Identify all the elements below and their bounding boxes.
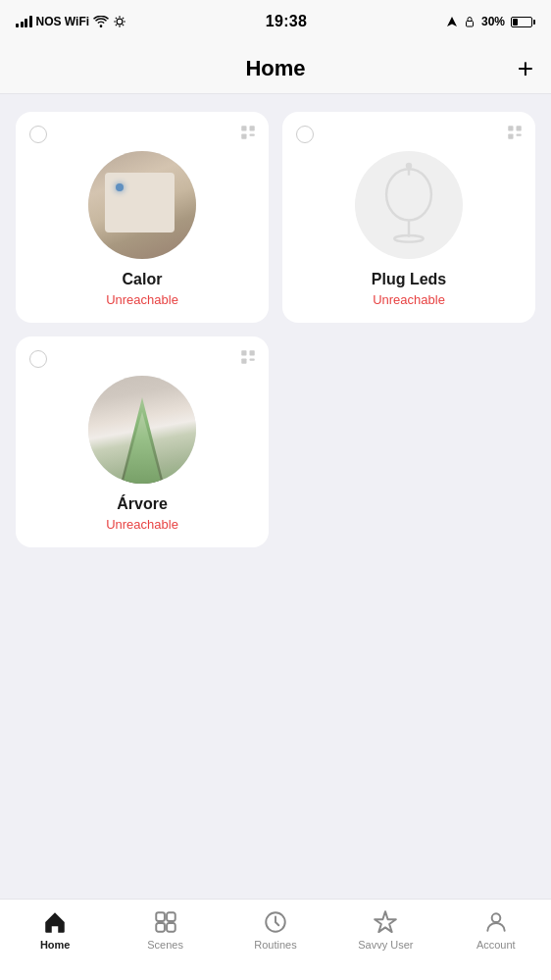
device-card-arvore[interactable]: Árvore Unreachable (16, 336, 269, 547)
device-image-plug-leds (355, 151, 463, 259)
device-grid: Calor Unreachable Plug Leds Unreachab (0, 94, 551, 899)
nav-label-routines: Routines (254, 939, 296, 951)
device-name-arvore: Árvore (117, 495, 168, 513)
nav-label-savvy-user: Savvy User (358, 939, 413, 951)
routines-icon (263, 909, 288, 935)
add-button[interactable]: + (518, 55, 533, 82)
svg-rect-14 (508, 126, 513, 130)
account-icon (483, 909, 509, 935)
svg-rect-13 (250, 134, 255, 136)
bottom-nav: Home Scenes Routines Savvy User Account (0, 899, 551, 980)
savvy-user-icon (373, 909, 398, 935)
svg-rect-15 (517, 126, 522, 130)
status-left: NOS WiFi (16, 15, 126, 28)
nav-item-savvy-user[interactable]: Savvy User (356, 909, 415, 951)
device-image-calor (88, 151, 196, 259)
svg-line-6 (123, 25, 124, 26)
nav-item-home[interactable]: Home (25, 909, 84, 951)
nav-label-scenes: Scenes (147, 939, 183, 951)
nav-item-scenes[interactable]: Scenes (136, 909, 195, 951)
svg-rect-27 (156, 912, 165, 921)
wifi-icon (93, 16, 109, 27)
device-status-plug-leds: Unreachable (373, 292, 445, 307)
nav-label-home: Home (40, 939, 71, 951)
svg-point-20 (394, 235, 423, 242)
signal-bars (16, 16, 32, 27)
page-title: Home (245, 56, 305, 81)
grid-icon-calor[interactable] (239, 124, 257, 144)
svg-rect-24 (250, 350, 255, 355)
scenes-icon (153, 909, 178, 935)
nav-label-account: Account (476, 939, 516, 951)
status-right: 30% (446, 15, 535, 28)
brightness-icon (113, 15, 126, 28)
lamp-icon (375, 161, 443, 249)
svg-rect-9 (466, 22, 473, 27)
device-status-arvore: Unreachable (106, 517, 178, 532)
svg-rect-30 (167, 923, 175, 932)
device-status-calor: Unreachable (106, 292, 178, 307)
nav-item-account[interactable]: Account (467, 909, 526, 951)
svg-rect-29 (156, 923, 165, 932)
carrier-label: NOS WiFi (36, 15, 90, 28)
nav-item-routines[interactable]: Routines (246, 909, 305, 951)
svg-rect-11 (250, 126, 255, 130)
device-card-plug-leds[interactable]: Plug Leds Unreachable (282, 112, 535, 323)
home-icon (42, 909, 68, 935)
battery-percent: 30% (481, 15, 505, 28)
status-bar: NOS WiFi 19:38 30% (0, 0, 551, 43)
device-name-calor: Calor (123, 271, 163, 288)
svg-rect-16 (508, 134, 513, 139)
svg-point-18 (386, 169, 431, 220)
device-image-arvore (88, 376, 196, 484)
svg-line-7 (116, 25, 117, 26)
svg-rect-12 (241, 134, 246, 139)
header: Home + (0, 43, 551, 94)
svg-point-22 (406, 163, 413, 170)
grid-icon-arvore[interactable] (239, 348, 257, 369)
lock-icon (464, 15, 476, 28)
svg-line-5 (116, 18, 117, 19)
svg-point-0 (117, 19, 123, 25)
svg-rect-10 (241, 126, 246, 130)
toggle-plug-leds[interactable] (296, 126, 314, 143)
status-time: 19:38 (266, 13, 307, 30)
svg-point-32 (491, 913, 500, 922)
location-icon (446, 15, 458, 28)
device-card-calor[interactable]: Calor Unreachable (16, 112, 269, 323)
grid-icon-plug-leds[interactable] (506, 124, 524, 144)
svg-rect-26 (250, 359, 255, 361)
svg-rect-17 (517, 134, 522, 136)
svg-rect-23 (241, 350, 246, 355)
toggle-arvore[interactable] (29, 350, 47, 368)
svg-rect-25 (241, 359, 246, 364)
battery-icon (511, 17, 535, 27)
svg-rect-28 (167, 912, 175, 921)
device-name-plug-leds: Plug Leds (372, 271, 446, 288)
svg-line-8 (123, 18, 124, 19)
toggle-calor[interactable] (29, 126, 47, 143)
